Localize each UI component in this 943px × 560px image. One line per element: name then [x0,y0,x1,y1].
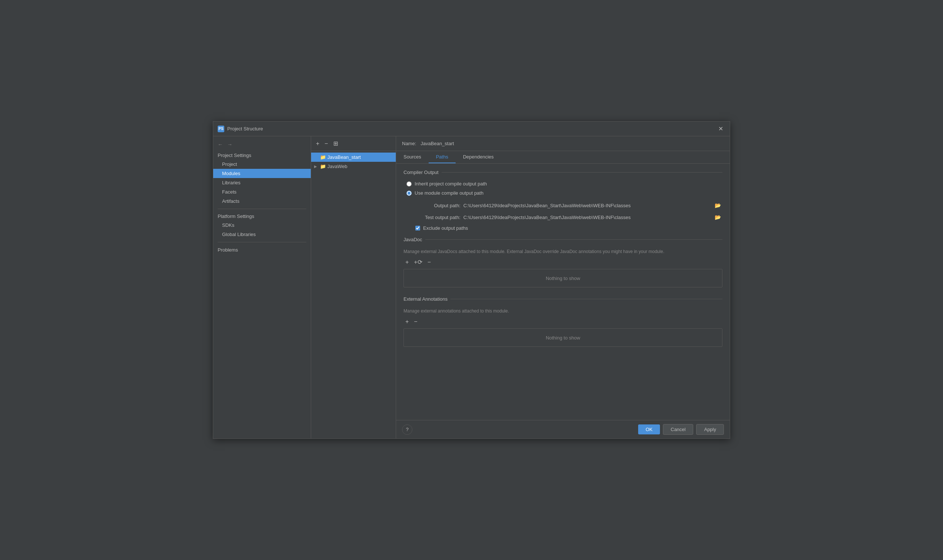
tab-paths[interactable]: Paths [428,151,456,163]
sidebar-item-sdks[interactable]: SDKs [213,220,311,230]
project-settings-label: Project Settings [213,151,311,160]
test-output-value: C:\Users\64129\IdeaProjects\JavaBean_Sta… [463,215,710,220]
tab-sources[interactable]: Sources [396,151,428,163]
module-panel: + − ⊞ 📁 JavaBean_start ▶ 📁 JavaWeb [311,136,396,438]
tab-dependencies[interactable]: Dependencies [456,151,501,163]
output-path-browse-button[interactable]: 📂 [713,202,723,209]
nav-controls: ← → [213,139,311,151]
name-bar: Name: JavaBean_start [396,136,730,151]
use-module-radio-option[interactable]: Use module compile output path [407,190,723,196]
add-module-button[interactable]: + [314,139,321,148]
compiler-output-title: Compiler Output [404,169,439,175]
output-path-value: C:\Users\64129\IdeaProjects\JavaBean_Sta… [463,203,710,208]
external-annotations-toolbar: + − [404,318,723,325]
sidebar-item-global-libraries[interactable]: Global Libraries [213,230,311,239]
javadoc-add-url-button[interactable]: +⟳ [412,258,424,266]
content-panel: Name: JavaBean_start Sources Paths Depen… [396,136,730,438]
javadoc-section-header: JavaDoc [404,237,723,242]
close-button[interactable]: ✕ [716,125,725,133]
javadoc-remove-button[interactable]: − [426,258,433,266]
annotations-add-button[interactable]: + [404,318,410,325]
test-output-label: Test output path: [412,215,461,220]
forward-button[interactable]: → [226,141,234,148]
module-tree: 📁 JavaBean_start ▶ 📁 JavaWeb [311,151,396,438]
javadoc-toolbar: + +⟳ − [404,258,723,266]
name-value: JavaBean_start [421,141,724,146]
javadoc-add-button[interactable]: + [404,258,410,266]
javadoc-description: Manage external JavaDocs attached to thi… [404,248,723,255]
tree-label-javaweb: JavaWeb [327,164,347,169]
external-annotations-section: External Annotations Manage external ann… [404,296,723,347]
javadoc-empty-list: Nothing to show [404,269,723,288]
use-module-radio[interactable] [407,191,411,196]
back-button[interactable]: ← [216,141,224,148]
section-line-compiler [442,172,723,172]
output-path-label: Output path: [412,203,461,208]
cancel-button[interactable]: Cancel [663,424,693,435]
sidebar-item-facets[interactable]: Facets [213,187,311,197]
javadoc-section: JavaDoc Manage external JavaDocs attache… [404,237,723,288]
bottom-bar: ? OK Cancel Apply [396,420,730,438]
sidebar-item-artifacts[interactable]: Artifacts [213,197,311,206]
name-label: Name: [402,141,416,146]
test-output-browse-button[interactable]: 📂 [713,214,723,221]
module-toolbar: + − ⊞ [311,136,396,151]
ok-button[interactable]: OK [638,425,660,434]
external-annotations-empty-list: Nothing to show [404,328,723,347]
tree-item-javaweb[interactable]: ▶ 📁 JavaWeb [311,162,396,171]
folder-icon-javabean: 📁 [320,154,326,160]
test-output-path-row: Test output path: C:\Users\64129\IdeaPro… [404,214,723,221]
help-button[interactable]: ? [402,425,412,435]
tree-item-javabean-start[interactable]: 📁 JavaBean_start [311,152,396,162]
exclude-output-row: Exclude output paths [404,225,723,231]
inherit-radio-label: Inherit project compile output path [414,181,487,186]
exclude-output-label: Exclude output paths [423,225,468,231]
section-line-javadoc [425,239,723,240]
sidebar-divider-2 [218,242,306,242]
tree-label-javabean: JavaBean_start [327,154,361,160]
tree-expand-javaweb: ▶ [314,165,319,168]
sidebar-item-problems[interactable]: Problems [213,245,311,254]
annotations-remove-button[interactable]: − [412,318,419,325]
remove-module-button[interactable]: − [323,139,330,148]
apply-button[interactable]: Apply [696,424,724,435]
folder-icon-javaweb: 📁 [320,164,326,169]
javadoc-title: JavaDoc [404,237,422,242]
sidebar-item-modules[interactable]: Modules [213,169,311,178]
platform-settings-label: Platform Settings [213,212,311,220]
title-bar-left: PS Project Structure [218,126,263,132]
project-structure-dialog: PS Project Structure ✕ ← → Project Setti… [213,121,730,439]
section-line-annotations [450,299,723,299]
tabs-bar: Sources Paths Dependencies [396,151,730,164]
output-path-row: Output path: C:\Users\64129\IdeaProjects… [404,202,723,209]
copy-module-button[interactable]: ⊞ [331,139,340,148]
inherit-radio-option[interactable]: Inherit project compile output path [407,181,723,186]
sidebar-divider [218,209,306,209]
sidebar-item-libraries[interactable]: Libraries [213,178,311,187]
main-content: ← → Project Settings Project Modules Lib… [213,136,730,438]
dialog-title: Project Structure [227,126,263,131]
title-bar: PS Project Structure ✕ [213,122,730,136]
inherit-radio[interactable] [407,182,411,186]
sidebar-item-project[interactable]: Project [213,160,311,169]
external-annotations-section-header: External Annotations [404,296,723,302]
paths-content: Compiler Output Inherit project compile … [396,164,730,420]
use-module-radio-label: Use module compile output path [414,190,483,196]
app-icon: PS [218,126,224,132]
compiler-output-radio-group: Inherit project compile output path Use … [404,181,723,196]
exclude-output-checkbox[interactable] [415,226,420,231]
external-annotations-description: Manage external annotations attached to … [404,308,723,314]
external-annotations-title: External Annotations [404,296,447,302]
compiler-output-section-header: Compiler Output [404,169,723,175]
sidebar: ← → Project Settings Project Modules Lib… [213,136,311,438]
